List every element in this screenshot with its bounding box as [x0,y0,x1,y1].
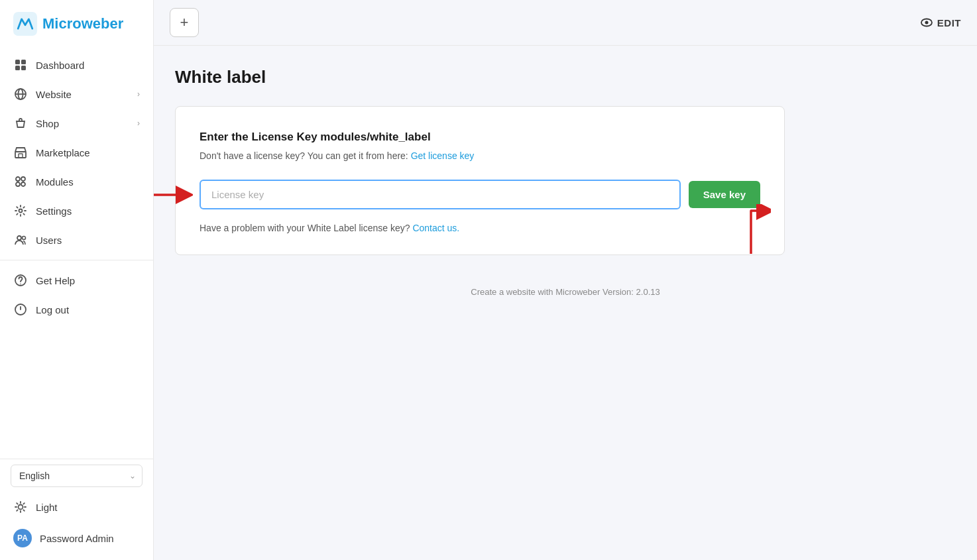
svg-rect-8 [15,152,26,158]
sidebar-item-get-help[interactable]: Get Help [0,266,153,295]
sidebar-item-website[interactable]: Website › [0,80,153,109]
sidebar-item-users[interactable]: Users [0,225,153,254]
sidebar-item-marketplace-label: Marketplace [36,147,90,158]
divider-bottom [0,459,153,459]
language-select[interactable]: English French Spanish German [11,465,143,487]
sidebar-item-shop[interactable]: Shop › [0,109,153,138]
card-footer: Have a problem with your White Label lic… [200,223,760,233]
grid-icon [13,58,28,72]
svg-rect-3 [15,66,20,70]
sun-icon [13,500,28,514]
modules-icon [13,174,28,189]
globe-icon [13,87,28,101]
sidebar-item-settings-label: Settings [36,205,72,217]
theme-label: Light [36,502,58,513]
svg-rect-1 [15,60,20,64]
logo[interactable]: Microweber [0,0,153,45]
edit-button-label: EDIT [937,17,961,28]
save-key-label: Save key [703,189,746,200]
card-subtitle: Don't have a license key? You can get it… [200,150,760,161]
users-icon [13,233,28,247]
add-button[interactable]: + [170,8,199,37]
eye-icon [920,16,933,29]
avatar-initials: PA [17,533,28,543]
edit-button[interactable]: EDIT [920,16,961,29]
sidebar-nav: Dashboard Website › Shop › Marketplace [0,45,153,448]
top-bar: + EDIT [154,0,977,46]
sidebar-item-marketplace[interactable]: Marketplace [0,138,153,167]
arrow-left [154,182,193,208]
svg-point-13 [21,182,25,186]
sidebar-item-modules-label: Modules [36,176,74,188]
logout-icon [13,302,28,317]
svg-point-22 [925,21,928,25]
sidebar-item-website-label: Website [36,89,72,100]
card-title: Enter the License Key modules/white_labe… [200,131,760,144]
get-license-key-link[interactable]: Get license key [411,150,475,161]
svg-rect-2 [21,60,26,64]
svg-point-11 [21,177,25,181]
svg-point-12 [16,182,20,186]
sidebar-item-shop-label: Shop [36,118,59,129]
contact-us-link[interactable]: Contact us. [412,223,459,233]
svg-point-18 [20,284,21,285]
language-selector-wrapper[interactable]: English French Spanish German ⌄ [11,465,143,487]
sidebar-item-dashboard[interactable]: Dashboard [0,50,153,80]
svg-point-14 [19,209,23,213]
svg-point-16 [23,237,26,240]
divider [0,260,153,260]
bag-icon [13,116,28,131]
settings-icon [13,203,28,218]
sidebar-bottom: English French Spanish German ⌄ Light PA… [0,448,153,560]
sidebar: Microweber Dashboard Website › Shop › [0,0,154,560]
avatar: PA [13,529,32,547]
license-key-input[interactable] [200,180,681,209]
sidebar-item-theme[interactable]: Light [0,492,153,522]
white-label-card: Enter the License Key modules/white_labe… [175,106,785,255]
plus-icon: + [180,14,189,31]
page-content: White label Enter the License Key module… [154,46,977,560]
user-name: Password Admin [40,533,114,544]
chevron-right-icon: › [137,89,140,99]
help-icon [13,273,28,288]
logo-text: Microweber [42,15,123,32]
svg-point-20 [19,505,23,510]
svg-rect-4 [21,66,26,70]
sidebar-item-dashboard-label: Dashboard [36,60,84,71]
sidebar-item-users-label: Users [36,235,62,246]
sidebar-item-user[interactable]: PA Password Admin [0,522,153,555]
license-input-row: Save key [200,180,760,209]
card-subtitle-text: Don't have a license key? You can get it… [200,150,408,161]
page-title: White label [175,67,956,87]
card-footer-text: Have a problem with your White Label lic… [200,223,410,233]
sidebar-item-modules[interactable]: Modules [0,167,153,196]
microweber-logo-icon [13,12,37,36]
sidebar-item-settings[interactable]: Settings [0,196,153,225]
sidebar-item-get-help-label: Get Help [36,275,75,286]
svg-point-10 [16,177,20,181]
svg-point-15 [17,236,21,240]
version-text: Create a website with Microweber Version… [175,287,956,297]
sidebar-item-logout[interactable]: Log out [0,295,153,324]
store-icon [13,145,28,160]
chevron-right-icon: › [137,119,140,128]
main-content: + EDIT White label Enter the License Key… [154,0,977,560]
sidebar-item-logout-label: Log out [36,304,69,315]
arrow-right [731,204,771,257]
